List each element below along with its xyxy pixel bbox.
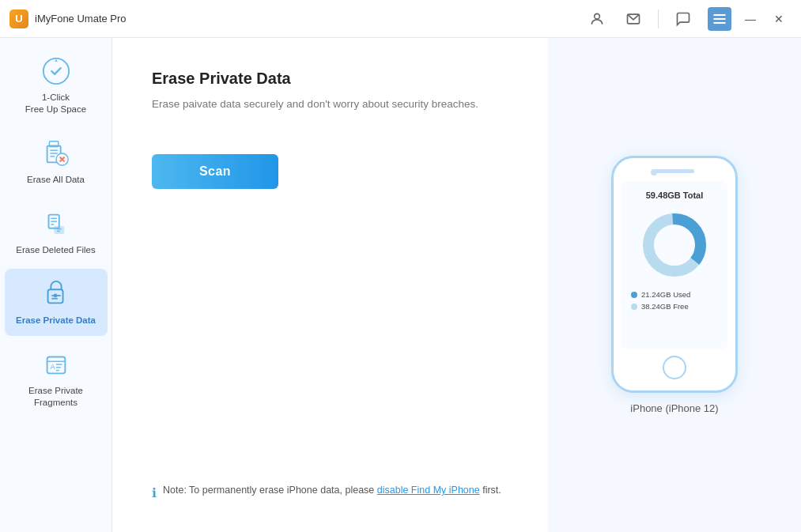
erase-private-icon <box>40 278 72 310</box>
erase-fragments-icon: A <box>40 349 72 380</box>
sidebar-item-erase-fragments[interactable]: A Erase PrivateFragments <box>5 339 108 418</box>
storage-chart <box>639 209 710 281</box>
iphone-camera <box>651 169 657 175</box>
iphone-home-button <box>663 356 686 379</box>
sidebar-item-erase-deleted[interactable]: Erase Deleted Files <box>5 198 108 266</box>
minimize-button[interactable]: — <box>738 6 763 32</box>
used-dot <box>631 292 637 298</box>
sidebar-item-erase-all[interactable]: Erase All Data <box>5 128 108 195</box>
iphone-device: 59.48GB Total 21.24GB Used <box>611 156 738 393</box>
menu-icon[interactable] <box>708 7 731 31</box>
sidebar-item-one-click[interactable]: 1-ClickFree Up Space <box>5 46 108 125</box>
svg-point-5 <box>43 58 68 84</box>
content-header: Erase Private Data Erase paivate data se… <box>152 70 508 113</box>
titlebar-actions <box>585 7 731 31</box>
storage-legend: 21.24GB Used 38.24GB Free <box>628 290 721 311</box>
free-legend-item: 38.24GB Free <box>631 302 718 311</box>
app-title: iMyFone Umate Pro <box>35 13 585 25</box>
right-panel: 59.48GB Total 21.24GB Used <box>548 38 801 532</box>
iphone-speaker <box>655 169 694 173</box>
titlebar: U iMyFone Umate Pro <box>0 0 801 38</box>
svg-point-0 <box>595 13 600 19</box>
total-label: 59.48GB Total <box>646 191 704 200</box>
app-logo: U <box>9 9 28 28</box>
window-controls: — ✕ <box>738 6 792 32</box>
erase-private-label: Erase Private Data <box>16 315 96 326</box>
main-layout: 1-ClickFree Up Space Erase All Data <box>0 38 801 532</box>
sidebar: 1-ClickFree Up Space Erase All Data <box>0 38 112 532</box>
separator <box>658 9 659 28</box>
content-area: Erase Private Data Erase paivate data se… <box>112 38 548 532</box>
user-icon[interactable] <box>585 7 609 31</box>
info-icon: ℹ <box>152 485 157 500</box>
one-click-label: 1-ClickFree Up Space <box>25 92 86 115</box>
svg-point-24 <box>53 293 57 297</box>
page-description: Erase paivate data securely and don't wo… <box>152 96 484 113</box>
used-label: 21.24GB Used <box>641 290 690 299</box>
mail-icon[interactable] <box>622 7 645 31</box>
free-dot <box>631 304 637 310</box>
erase-all-label: Erase All Data <box>27 174 85 186</box>
note-text: Note: To permanently erase iPhone data, … <box>163 485 501 496</box>
used-legend-item: 21.24GB Used <box>631 290 718 299</box>
erase-deleted-label: Erase Deleted Files <box>16 244 95 256</box>
find-my-iphone-link[interactable]: disable Find My iPhone <box>377 485 480 496</box>
note-section: ℹ Note: To permanently erase iPhone data… <box>152 469 508 500</box>
iphone-screen: 59.48GB Total 21.24GB Used <box>622 181 727 349</box>
erase-deleted-icon <box>40 208 72 240</box>
iphone-wrapper: 59.48GB Total 21.24GB Used <box>611 156 738 414</box>
free-label: 38.24GB Free <box>641 302 689 311</box>
chat-icon[interactable] <box>671 7 695 31</box>
svg-text:A: A <box>50 361 55 370</box>
svg-rect-18 <box>55 227 63 234</box>
close-button[interactable]: ✕ <box>766 6 792 32</box>
erase-all-icon <box>40 138 72 169</box>
sidebar-item-erase-private[interactable]: Erase Private Data <box>5 269 108 336</box>
device-name: iPhone (iPhone 12) <box>630 402 718 414</box>
one-click-icon <box>40 55 72 87</box>
scan-button[interactable]: Scan <box>152 154 278 189</box>
page-title: Erase Private Data <box>152 70 508 88</box>
erase-fragments-label: Erase PrivateFragments <box>28 385 83 409</box>
